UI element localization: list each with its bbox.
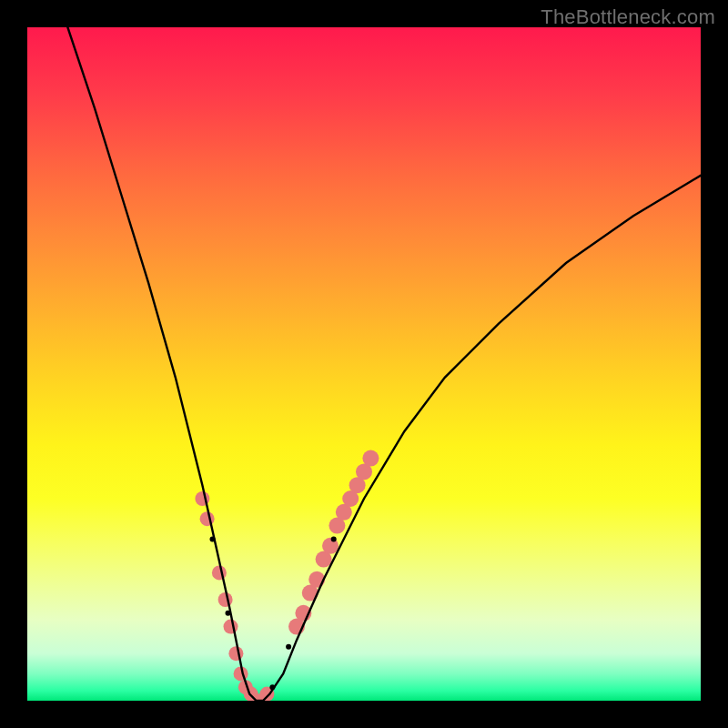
curve-dot [210, 536, 216, 541]
curve-dot [226, 611, 231, 616]
marker-left-cluster [224, 620, 238, 634]
curve-dot [269, 684, 275, 690]
plot-area [27, 27, 701, 701]
marker-right-cluster [362, 450, 379, 467]
curve-dot [286, 644, 291, 650]
marker-left-cluster [228, 646, 243, 661]
watermark-text: TheBottleneck.com [541, 5, 715, 29]
outer-frame: TheBottleneck.com [0, 0, 728, 728]
marker-left-cluster [212, 565, 227, 580]
marker-left-cluster [218, 592, 233, 607]
bottleneck-curve [67, 27, 701, 701]
chart-svg [27, 27, 701, 701]
marker-left-cluster [200, 511, 215, 526]
curve-dot [331, 536, 337, 541]
